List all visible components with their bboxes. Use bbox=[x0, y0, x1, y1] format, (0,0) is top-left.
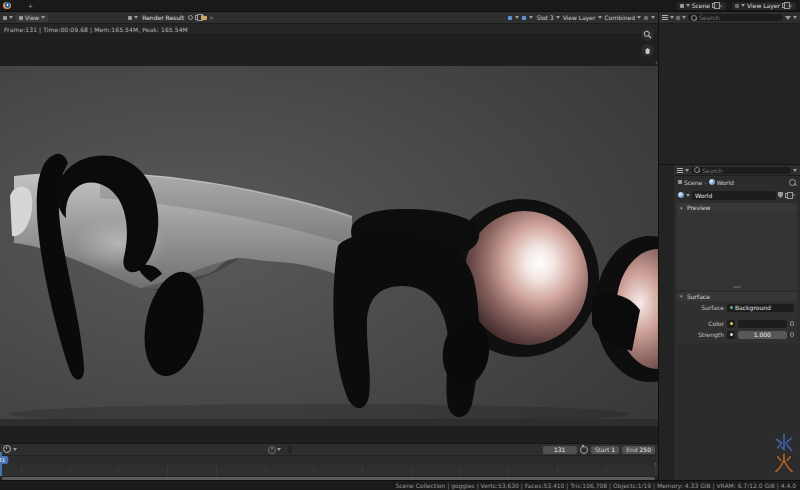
properties-editor: Search Scene › World bbox=[659, 165, 800, 480]
properties-editor-icon[interactable] bbox=[677, 168, 683, 173]
zoom-gizmo[interactable] bbox=[641, 28, 654, 41]
scene-statistics: Scene Collection | goggles | Verts:53,63… bbox=[395, 482, 796, 489]
strength-slider[interactable]: 1.000 bbox=[738, 331, 787, 339]
outliner-search-input[interactable]: Search bbox=[688, 14, 783, 21]
timeline-ruler[interactable]: 131 bbox=[0, 456, 658, 466]
duplicate-image-icon[interactable] bbox=[195, 15, 199, 20]
display-channels-icon[interactable] bbox=[644, 16, 648, 20]
preview-panel: ▾ Preview bbox=[677, 203, 797, 290]
expanded-icon: ▾ bbox=[680, 205, 685, 211]
chevron-down-icon bbox=[13, 448, 17, 451]
chevron-down-icon bbox=[515, 16, 519, 19]
search-icon bbox=[694, 167, 700, 173]
fake-user-icon[interactable] bbox=[778, 192, 783, 198]
world-name: World bbox=[695, 192, 712, 199]
shader-node-icon bbox=[730, 306, 733, 309]
surface-panel-header[interactable]: ▾ Surface bbox=[677, 292, 797, 302]
gizmos-toggle-icon[interactable] bbox=[508, 16, 512, 20]
duplicate-data-icon[interactable] bbox=[785, 193, 789, 198]
overlays-toggle-icon[interactable] bbox=[522, 16, 526, 20]
preview-range-icon[interactable] bbox=[580, 446, 588, 454]
world-name-field[interactable]: World bbox=[692, 191, 776, 200]
magnifier-icon bbox=[643, 30, 652, 39]
open-image-icon[interactable] bbox=[201, 16, 207, 20]
chevron-down-icon bbox=[682, 16, 686, 19]
timeline-scrollbar[interactable] bbox=[0, 476, 658, 480]
timeline-tracks[interactable] bbox=[0, 465, 658, 476]
properties-search-input[interactable]: Search bbox=[691, 167, 791, 174]
world-icon bbox=[678, 192, 684, 198]
strength-value: 1.000 bbox=[754, 331, 771, 338]
scene-selector[interactable]: Scene × bbox=[676, 1, 727, 11]
auto-keying-record-icon[interactable] bbox=[268, 446, 276, 454]
keyframe-decorator-icon[interactable] bbox=[790, 332, 795, 337]
preview-title: Preview bbox=[687, 204, 710, 211]
strength-row: Strength 1.000 bbox=[680, 330, 794, 339]
end-frame-field[interactable]: End 250 bbox=[622, 446, 655, 454]
chevron-down-icon bbox=[793, 169, 797, 172]
breadcrumb: Scene › World bbox=[674, 176, 800, 188]
surface-value: Background bbox=[735, 304, 771, 311]
end-label: End bbox=[626, 446, 637, 453]
breadcrumb-scene[interactable]: Scene bbox=[684, 179, 702, 186]
current-frame-indicator[interactable]: 131 bbox=[0, 456, 8, 464]
display-mode-icon[interactable] bbox=[662, 15, 668, 20]
layer-selector[interactable]: View Layer bbox=[563, 14, 602, 21]
image-canvas[interactable]: ‹ bbox=[0, 35, 658, 443]
chevron-down-icon bbox=[741, 4, 745, 7]
chevron-down-icon bbox=[651, 16, 655, 19]
current-frame-field[interactable]: 131 bbox=[543, 446, 577, 454]
chevron-down-icon bbox=[685, 169, 689, 172]
playback-controls bbox=[288, 445, 292, 454]
render-stats-text: Frame:131 | Time:00:09.68 | Mem:165.54M,… bbox=[4, 26, 188, 33]
add-workspace-button[interactable]: + bbox=[23, 2, 38, 9]
search-placeholder: Search bbox=[699, 14, 720, 21]
sync-icon[interactable] bbox=[676, 16, 680, 20]
blender-logo-icon[interactable] bbox=[3, 2, 11, 9]
view-layer-selector[interactable]: View Layer × bbox=[731, 1, 797, 11]
image-datablock[interactable]: Render Result × bbox=[128, 14, 214, 21]
pin-icon[interactable] bbox=[789, 179, 796, 186]
chevron-down-icon bbox=[134, 16, 138, 19]
outliner-tree bbox=[659, 24, 800, 164]
scrollbar-handle[interactable] bbox=[2, 477, 655, 480]
search-placeholder: Search bbox=[702, 167, 723, 174]
render-result-controls: Slot 3 View Layer Combined bbox=[508, 14, 655, 21]
rendered-image bbox=[0, 66, 658, 426]
chevron-down-icon bbox=[637, 16, 641, 19]
timeline-editor-icon[interactable] bbox=[3, 445, 11, 453]
viewport-gizmos bbox=[641, 28, 654, 57]
world-preview bbox=[678, 213, 796, 289]
keyframe-decorator-icon[interactable] bbox=[790, 321, 795, 326]
new-scene-icon[interactable] bbox=[712, 3, 716, 8]
topbar-right: Scene × View Layer × bbox=[676, 1, 797, 11]
region-collapse-arrow[interactable]: ‹ bbox=[655, 59, 658, 67]
pan-gizmo[interactable] bbox=[641, 44, 654, 57]
editor-type-button[interactable] bbox=[3, 16, 13, 20]
new-image-icon[interactable] bbox=[188, 15, 193, 20]
right-panel: Search Search bbox=[659, 12, 800, 480]
pass-selector[interactable]: Combined bbox=[605, 14, 641, 21]
properties-content: Search Scene › World bbox=[674, 165, 800, 480]
start-frame-field[interactable]: Start 1 bbox=[591, 446, 620, 454]
goggles-render bbox=[0, 66, 658, 426]
surface-shader-field[interactable]: Background bbox=[727, 304, 794, 312]
breadcrumb-world[interactable]: World bbox=[717, 179, 734, 186]
preview-panel-header[interactable]: ▾ Preview bbox=[677, 203, 797, 213]
image-name: Render Result bbox=[140, 14, 186, 21]
chevron-down-icon bbox=[9, 16, 13, 19]
resize-handle[interactable] bbox=[733, 286, 741, 288]
pass-label: Combined bbox=[605, 14, 635, 21]
color-swatch-field[interactable] bbox=[738, 320, 787, 328]
slot-selector[interactable]: Slot 3 bbox=[536, 14, 559, 21]
filter-icon[interactable] bbox=[785, 16, 791, 20]
mode-selector[interactable]: View bbox=[16, 14, 48, 22]
region-collapse-arrow[interactable]: ‹ bbox=[654, 460, 657, 468]
search-icon bbox=[691, 15, 697, 21]
unlink-image-icon[interactable]: × bbox=[209, 15, 214, 21]
color-socket[interactable] bbox=[727, 320, 735, 328]
strength-socket[interactable] bbox=[727, 331, 735, 339]
image-icon bbox=[128, 16, 132, 20]
image-editor: View Render Result × Slo bbox=[0, 12, 659, 480]
new-view-layer-icon[interactable] bbox=[782, 3, 786, 8]
